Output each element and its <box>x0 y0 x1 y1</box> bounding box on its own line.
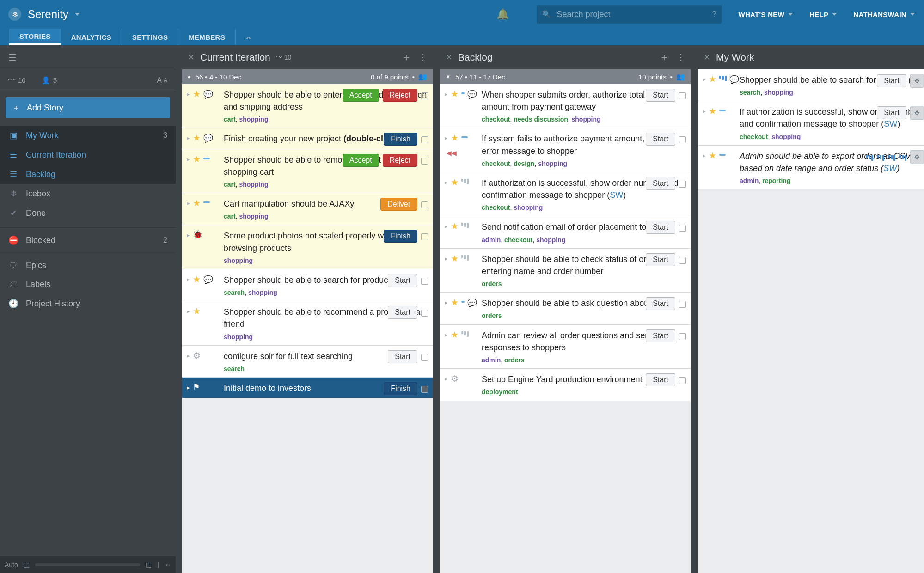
panel-close-mywork[interactable]: ✕ <box>704 52 710 62</box>
sidebar-item-blocked[interactable]: ⛔ Blocked 2 <box>0 231 176 250</box>
expand-icon[interactable]: ▸ <box>445 255 448 262</box>
finish-button[interactable]: Finish <box>384 133 417 146</box>
story-checkbox[interactable] <box>421 136 428 143</box>
panel-menu-backlog[interactable]: ⋮ <box>677 52 685 62</box>
story-card[interactable]: ▸★💬Shopper should be able to search for … <box>182 269 433 301</box>
label[interactable]: orders <box>504 356 525 364</box>
add-story-button[interactable]: ＋ Add Story <box>6 97 170 118</box>
story-card[interactable]: ▸★If authorization is successful, show o… <box>440 172 691 216</box>
story-card[interactable]: ▸★Shopper should be able to check status… <box>440 249 691 293</box>
story-card[interactable]: ▸★Admin can review all order questions a… <box>440 325 691 369</box>
people-icon[interactable]: 👥 <box>418 73 427 81</box>
story-card[interactable]: ▸🐞Some product photos not scaled properl… <box>182 225 433 269</box>
label[interactable]: checkout <box>740 133 768 140</box>
expand-icon[interactable]: ▸ <box>703 76 706 83</box>
label[interactable]: design <box>514 160 534 167</box>
search-box[interactable]: 🔍 ? <box>537 5 722 24</box>
start-button[interactable]: Start <box>646 221 675 234</box>
story-checkbox[interactable] <box>679 377 686 384</box>
label[interactable]: shopping <box>224 257 253 264</box>
start-button[interactable]: Start <box>877 74 906 87</box>
columns-icon[interactable]: ↔ <box>165 561 171 568</box>
auto-toggle[interactable]: Auto <box>5 561 18 568</box>
people-icon[interactable]: 👥 <box>676 73 685 81</box>
story-card[interactable]: ▸★💬Shopper should be able to ask questio… <box>440 293 691 324</box>
start-button[interactable]: Start <box>646 253 675 266</box>
story-checkbox[interactable] <box>421 201 428 208</box>
panel-close-current[interactable]: ✕ <box>188 52 195 62</box>
density-icon[interactable]: ▥ <box>24 561 30 568</box>
label[interactable]: shopping <box>514 204 543 211</box>
label[interactable]: reporting <box>762 177 790 184</box>
estimate-option[interactable] <box>899 155 906 161</box>
label[interactable]: shopping <box>239 116 268 123</box>
label[interactable]: checkout <box>482 160 510 167</box>
label[interactable]: search <box>740 89 760 96</box>
story-checkbox[interactable] <box>679 92 686 99</box>
tab-stories[interactable]: STORIES <box>9 29 61 45</box>
expand-icon[interactable]: ▸ <box>703 152 706 159</box>
whats-new-link[interactable]: WHAT'S NEW <box>738 11 793 18</box>
expand-icon[interactable]: ▸ <box>187 200 190 207</box>
label[interactable]: admin <box>482 236 501 244</box>
label[interactable]: shopping <box>224 333 253 341</box>
finish-button[interactable]: Finish <box>384 382 417 395</box>
expand-icon[interactable]: ▸ <box>703 108 706 115</box>
label[interactable]: cart <box>224 181 236 188</box>
story-card[interactable]: ▸⚙configure solr for full text searching… <box>182 346 433 378</box>
estimate-option[interactable] <box>866 155 873 161</box>
story-checkbox[interactable] <box>421 92 428 99</box>
reject-button[interactable]: Reject <box>383 89 417 102</box>
label[interactable]: shopping <box>538 160 567 167</box>
owner-link[interactable]: SW <box>884 119 897 128</box>
start-button[interactable]: Start <box>646 177 675 190</box>
story-checkbox[interactable] <box>421 158 428 165</box>
story-checkbox[interactable] <box>421 233 428 240</box>
expand-icon[interactable]: ▸ <box>445 375 448 382</box>
expand-icon[interactable]: ▸ <box>445 91 448 98</box>
sidebar-item-done[interactable]: ✔ Done <box>0 203 176 223</box>
move-icon[interactable]: ✥ <box>910 74 924 88</box>
sidebar-item-epics[interactable]: 🛡 Epics <box>0 256 176 275</box>
sidebar-item-backlog[interactable]: ☰ Backlog <box>0 165 176 184</box>
label[interactable]: admin <box>482 356 501 364</box>
label[interactable]: shopping <box>771 133 801 140</box>
expand-icon[interactable]: ▸ <box>445 223 448 230</box>
expand-icon[interactable]: ▸ <box>187 156 190 163</box>
owner-link[interactable]: SW <box>610 190 623 200</box>
label[interactable]: checkout <box>482 116 510 123</box>
label[interactable]: deployment <box>482 388 518 396</box>
label[interactable]: admin <box>740 177 759 184</box>
label[interactable]: checkout <box>482 204 510 211</box>
label[interactable]: search <box>224 289 245 296</box>
story-card[interactable]: ▸★Shopper should be able to remove produ… <box>182 149 433 193</box>
velocity-indicator[interactable]: 〰10 <box>8 76 26 84</box>
panel-add-story-backlog[interactable]: ＋ <box>659 50 669 64</box>
start-button[interactable]: Start <box>877 106 906 119</box>
start-button[interactable]: Start <box>388 306 417 319</box>
comments-icon[interactable]: 💬 <box>203 90 213 99</box>
label[interactable]: needs discussion <box>514 116 568 123</box>
story-card[interactable]: ▸★If authorization is successful, show o… <box>698 101 924 145</box>
notifications-icon[interactable]: 🔔 <box>496 8 509 20</box>
story-card[interactable]: ▸★💬When shopper submits order, authorize… <box>440 84 691 128</box>
label[interactable]: shopping <box>536 236 565 244</box>
panel-close-backlog[interactable]: ✕ <box>446 52 453 62</box>
start-button[interactable]: Start <box>646 373 675 386</box>
tab-analytics[interactable]: ANALYTICS <box>61 29 122 45</box>
expand-icon[interactable]: ▸ <box>187 352 190 359</box>
story-card[interactable]: ▸★💬Finish creating your new project (dou… <box>182 128 433 149</box>
accept-button[interactable]: Accept <box>343 89 379 102</box>
iteration-bar-backlog[interactable]: ▼ 57 • 11 - 17 Dec 10 points • 👥 <box>440 69 691 84</box>
story-card[interactable]: ▸★Send notification email of order place… <box>440 216 691 248</box>
label[interactable]: shopping <box>239 181 268 188</box>
label[interactable]: shopping <box>239 213 268 220</box>
sidebar-item-history[interactable]: 🕘 Project History <box>0 294 176 313</box>
label[interactable]: search <box>224 365 245 372</box>
start-button[interactable]: Start <box>646 133 675 146</box>
label[interactable]: shopping <box>248 289 277 296</box>
story-card[interactable]: ▸★💬Shopper should be able to enter credi… <box>182 84 433 128</box>
label[interactable]: cart <box>224 213 236 220</box>
sidebar-item-mywork[interactable]: ▣ My Work 3 <box>0 126 176 145</box>
density-slider[interactable] <box>35 563 141 566</box>
